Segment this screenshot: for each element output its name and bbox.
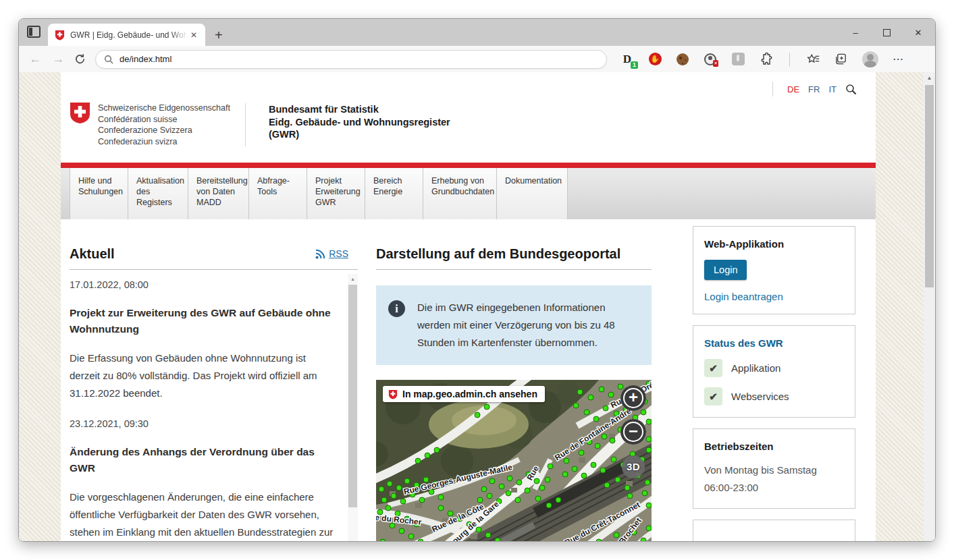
- map-zoom-in-button[interactable]: +: [620, 385, 646, 411]
- building-dot[interactable]: [539, 485, 545, 491]
- collections-icon[interactable]: [834, 53, 848, 66]
- nav-projekt-erweiterung-gwr[interactable]: Projekt Erweiterung GWR: [307, 168, 365, 219]
- lang-it[interactable]: IT: [828, 84, 837, 94]
- building-dot[interactable]: [425, 453, 430, 458]
- building-dot[interactable]: [588, 395, 593, 400]
- building-dot[interactable]: [646, 526, 652, 531]
- building-dot[interactable]: [642, 491, 647, 496]
- nav-abfrage-tools[interactable]: Abfrage-Tools: [249, 168, 307, 219]
- profile-avatar[interactable]: [862, 51, 878, 67]
- nav-bereitstellung-von-daten-madd[interactable]: Bereitstellung von Daten MADD: [188, 168, 249, 219]
- building-dot[interactable]: [391, 493, 396, 499]
- building-dot[interactable]: [615, 477, 620, 482]
- building-dot[interactable]: [400, 499, 406, 504]
- login-request-link[interactable]: Login beantragen: [704, 291, 844, 302]
- building-dot[interactable]: [525, 488, 530, 493]
- new-tab-button[interactable]: +: [215, 28, 223, 42]
- building-dot[interactable]: [577, 389, 583, 395]
- building-dot[interactable]: [535, 496, 541, 501]
- news-scrollbar[interactable]: ▲: [348, 274, 358, 541]
- building-dot[interactable]: [415, 458, 421, 464]
- building-dot[interactable]: [438, 495, 444, 500]
- nav-erhebung-von-grundbuchdaten[interactable]: Erhebung von Grundbuchdaten: [423, 168, 497, 219]
- login-button[interactable]: Login: [704, 260, 747, 280]
- building-dot[interactable]: [476, 527, 481, 532]
- browser-tab[interactable]: GWR | Eidg. Gebäude- und Wohn ✕: [48, 24, 205, 46]
- url-bar[interactable]: de/index.html: [95, 50, 607, 69]
- building-dot[interactable]: [600, 468, 606, 473]
- building-dot[interactable]: [489, 478, 495, 484]
- building-dot[interactable]: [408, 534, 414, 539]
- building-dot[interactable]: [610, 438, 615, 443]
- building-dot[interactable]: [381, 497, 387, 503]
- building-dot[interactable]: [485, 532, 491, 538]
- building-dot[interactable]: [581, 473, 587, 478]
- building-dot[interactable]: [475, 412, 480, 418]
- building-dot[interactable]: [564, 458, 569, 464]
- building-dot[interactable]: [604, 482, 610, 488]
- building-dot[interactable]: [404, 478, 410, 484]
- building-dot[interactable]: [556, 497, 561, 503]
- geoportal-map[interactable]: Rue de Fontaine-AndréRue de l'OréeRue Ge…: [376, 380, 652, 541]
- building-dot[interactable]: [379, 486, 384, 492]
- building-dot[interactable]: [646, 447, 652, 453]
- building-dot[interactable]: [387, 481, 392, 486]
- extension-disabled-icon[interactable]: [731, 53, 745, 66]
- building-dot[interactable]: [595, 443, 600, 449]
- nav-hilfe-und-schulungen[interactable]: Hilfe und Schulungen: [70, 168, 128, 219]
- building-dot[interactable]: [611, 457, 616, 462]
- building-dot[interactable]: [499, 484, 504, 489]
- building-dot[interactable]: [641, 410, 646, 415]
- news-scrollbar-thumb[interactable]: [348, 285, 357, 507]
- building-dot[interactable]: [419, 497, 425, 503]
- map-3d-button[interactable]: 3D: [622, 455, 645, 478]
- window-close-button[interactable]: ✕: [913, 28, 923, 38]
- scrollbar-up-icon[interactable]: ▲: [348, 274, 358, 284]
- building-dot[interactable]: [516, 480, 522, 485]
- building-dot[interactable]: [548, 464, 553, 469]
- building-dot[interactable]: [646, 503, 652, 508]
- nav-dokumentation[interactable]: Dokumentation: [497, 168, 568, 219]
- building-dot[interactable]: [599, 387, 604, 392]
- building-dot[interactable]: [495, 538, 500, 541]
- building-dot[interactable]: [399, 528, 404, 534]
- nav-bereich-energie[interactable]: Bereich Energie: [365, 168, 423, 219]
- building-dot[interactable]: [572, 466, 577, 472]
- building-dot[interactable]: [506, 491, 511, 496]
- building-dot[interactable]: [534, 478, 539, 484]
- building-dot[interactable]: [573, 403, 579, 408]
- building-dot[interactable]: [602, 434, 607, 439]
- news-scroll-area[interactable]: 17.01.2022, 08:00 Projekt zur Erweiterun…: [70, 274, 358, 541]
- window-maximize-button[interactable]: [883, 29, 891, 36]
- window-minimize-button[interactable]: –: [851, 28, 860, 38]
- favorites-icon[interactable]: [807, 53, 820, 66]
- building-dot[interactable]: [608, 392, 614, 397]
- map-geo-admin-link[interactable]: In map.geo.admin.ch ansehen: [383, 386, 545, 402]
- building-dot[interactable]: [627, 493, 633, 499]
- building-dot[interactable]: [484, 404, 489, 410]
- building-dot[interactable]: [591, 462, 596, 468]
- tab-layout-icon[interactable]: [27, 26, 41, 38]
- building-dot[interactable]: [618, 384, 623, 389]
- refresh-icon[interactable]: [74, 53, 86, 65]
- building-dot[interactable]: [481, 486, 487, 492]
- building-dot[interactable]: [438, 505, 444, 511]
- building-dot[interactable]: [386, 505, 391, 511]
- building-dot[interactable]: [579, 450, 584, 455]
- building-dot[interactable]: [646, 419, 652, 424]
- browser-scrollbar[interactable]: ▲: [924, 72, 935, 541]
- building-dot[interactable]: [593, 416, 599, 422]
- lang-de[interactable]: DE: [787, 84, 799, 94]
- lang-fr[interactable]: FR: [808, 84, 820, 94]
- confederation-logo[interactable]: Schweizerische Eidgenossenschaft Confédé…: [70, 102, 450, 147]
- building-dot[interactable]: [645, 480, 650, 485]
- building-dot[interactable]: [507, 476, 512, 481]
- building-dot[interactable]: [396, 485, 402, 491]
- building-dot[interactable]: [646, 437, 652, 442]
- building-dot[interactable]: [546, 503, 552, 508]
- building-dot[interactable]: [625, 485, 630, 491]
- building-dot[interactable]: [515, 497, 521, 503]
- extension-duckduckgo-icon[interactable]: D1: [620, 53, 634, 66]
- forward-icon[interactable]: →: [51, 52, 65, 66]
- building-dot[interactable]: [641, 538, 646, 541]
